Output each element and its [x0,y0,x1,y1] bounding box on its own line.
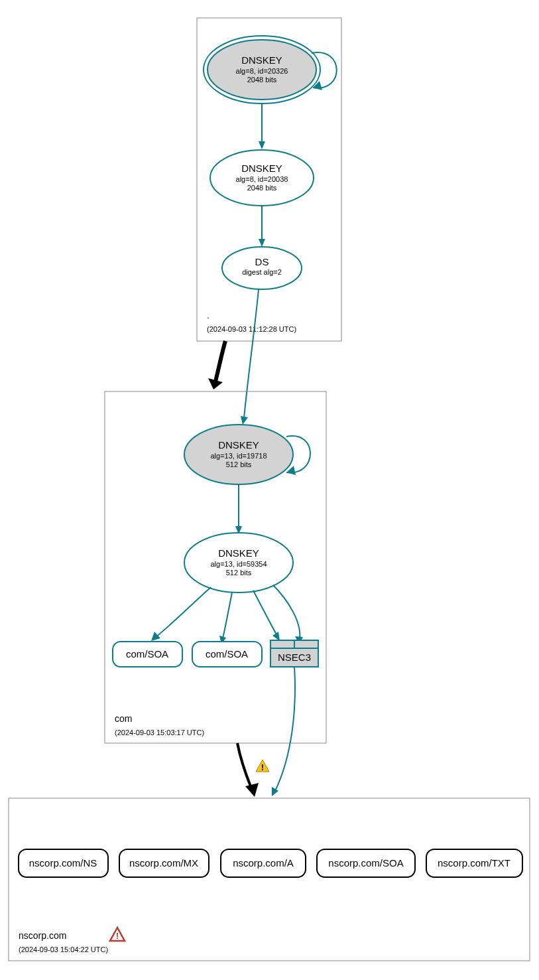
edge-nsec3-to-nscorp [275,667,295,791]
ds-digest: digest alg=2 [242,268,282,276]
node-nscorp-mx: nscorp.com/MX [119,849,209,877]
com-zsk-bits: 512 bits [226,569,252,577]
com-zsk-title: DNSKEY [218,547,259,559]
node-nscorp-ns: nscorp.com/NS [19,849,108,877]
arrow-comzsk-soa1 [151,632,160,641]
com-soa2-label: com/SOA [206,648,248,660]
com-ksk-bits: 512 bits [226,460,252,468]
node-com-soa-1: com/SOA [113,642,182,667]
root-zsk-alg: alg=8, id=20038 [236,175,288,183]
edge-root-to-com-delegation [215,341,225,382]
zone-root-label: . [207,310,210,320]
root-ksk-alg: alg=8, id=20326 [236,67,288,75]
root-ksk-bits: 2048 bits [247,76,277,84]
node-nscorp-soa: nscorp.com/SOA [317,849,415,877]
edge-ds-to-comksk [244,289,259,418]
nscorp-ns-label: nscorp.com/NS [29,857,97,869]
ds-title: DS [255,256,269,267]
node-nscorp-txt: nscorp.com/TXT [426,849,522,877]
error-icon: ! [110,928,125,941]
com-soa1-label: com/SOA [126,648,168,660]
arrow-nsec3-to-nscorp [272,787,278,796]
node-nsec3: NSEC3 [270,640,318,667]
nscorp-soa-label: nscorp.com/SOA [328,857,403,869]
node-nscorp-a: nscorp.com/A [221,849,306,877]
node-com-zsk: DNSKEY alg=13, id=59354 512 bits [184,533,293,593]
com-zsk-alg: alg=13, id=59354 [210,560,267,568]
nscorp-a-label: nscorp.com/A [233,857,294,869]
com-ksk-alg: alg=13, id=19718 [210,452,267,460]
root-zsk-title: DNSKEY [241,163,282,174]
node-root-ksk: DNSKEY alg=8, id=20326 2048 bits [204,36,320,104]
arrow-com-to-nscorp-delegation [245,783,259,797]
nscorp-mx-label: nscorp.com/MX [129,857,198,869]
edge-comzsk-soa1 [156,587,211,637]
root-zsk-bits: 2048 bits [247,184,277,192]
zone-root-ts: (2024-09-03 11:12:28 UTC) [207,325,296,333]
dnssec-diagram: . (2024-09-03 11:12:28 UTC) DNSKEY alg=8… [0,0,539,980]
node-root-zsk: DNSKEY alg=8, id=20038 2048 bits [210,150,314,206]
warning-icon: ! [256,760,269,772]
zone-com-label: com [115,713,132,724]
svg-text:!: ! [261,762,264,772]
edge-com-to-nscorp-delegation [237,743,251,786]
zone-nscorp-box [9,798,530,961]
nsec3-label: NSEC3 [278,652,311,663]
zone-nscorp-label: nscorp.com [19,930,66,941]
edge-comzsk-nsec3-r [273,585,300,638]
edge-comzsk-soa2 [223,593,232,638]
arrow-rootksk-rootzsk [259,141,265,149]
svg-text:!: ! [116,931,119,941]
node-com-ksk: DNSKEY alg=13, id=19718 512 bits [184,425,293,484]
arrow-ds-to-comksk [241,416,248,425]
zone-nscorp-ts: (2024-09-03 15:04:22 UTC) [19,945,108,953]
edge-comzsk-nsec3-l [253,591,277,636]
com-ksk-title: DNSKEY [218,439,259,451]
root-ksk-title: DNSKEY [241,54,282,66]
nscorp-txt-label: nscorp.com/TXT [438,857,510,869]
node-com-soa-2: com/SOA [192,642,262,667]
node-root-ds: DS digest alg=2 [222,247,302,289]
zone-com-ts: (2024-09-03 15:03:17 UTC) [115,729,204,736]
arrow-root-ksk-self [313,81,322,90]
arrow-rootzsk-ds [259,239,265,247]
